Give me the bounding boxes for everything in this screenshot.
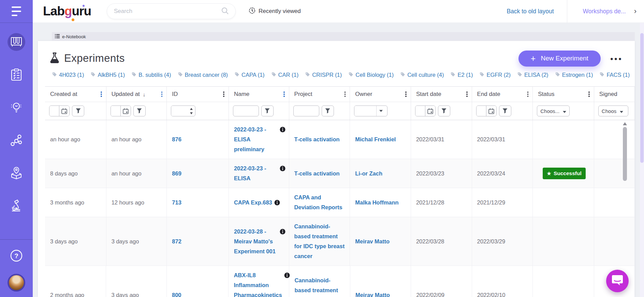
- column-menu-icon[interactable]: [587, 90, 591, 98]
- dropdown-caret-icon[interactable]: [376, 106, 385, 116]
- owner-filter-input[interactable]: [354, 106, 376, 116]
- column-header-updated-at[interactable]: Updated at↓: [106, 87, 167, 102]
- page-scrollbar[interactable]: [640, 23, 644, 297]
- column-menu-icon[interactable]: [465, 90, 469, 98]
- column-header-id[interactable]: ID: [167, 87, 229, 102]
- tag-filter[interactable]: ELISA (2): [517, 72, 548, 78]
- hamburger-menu-icon[interactable]: [12, 6, 21, 16]
- tag-filter[interactable]: CAPA (1): [235, 72, 265, 78]
- clipboard-checklist-icon[interactable]: [8, 66, 25, 84]
- tag-filter[interactable]: EGFR (2): [480, 72, 511, 78]
- info-icon[interactable]: [284, 272, 290, 280]
- column-menu-icon[interactable]: [343, 90, 347, 98]
- experiment-name-link[interactable]: 2022-03-23 - ELISA preliminary: [234, 125, 278, 154]
- tag-filter[interactable]: AlkBH5 (1): [91, 72, 125, 78]
- column-menu-icon[interactable]: [99, 90, 103, 98]
- experiment-id-link[interactable]: 876: [172, 135, 181, 144]
- search-input[interactable]: [114, 8, 221, 15]
- spinner-icon[interactable]: [188, 106, 195, 116]
- column-header-end-date[interactable]: End date: [472, 87, 533, 102]
- date-filter-input[interactable]: [477, 106, 486, 116]
- tag-filter[interactable]: CRISPR (1): [305, 72, 342, 78]
- back-to-old-layout-link[interactable]: Back to old layout: [507, 8, 554, 15]
- experiment-id-link[interactable]: 872: [172, 237, 181, 246]
- experiment-id-link[interactable]: 713: [172, 198, 181, 208]
- info-icon[interactable]: [280, 127, 286, 134]
- project-filter-input[interactable]: [293, 105, 319, 116]
- column-menu-icon[interactable]: [222, 90, 226, 98]
- recently-viewed-button[interactable]: Recently viewed: [249, 7, 301, 16]
- chat-widget-button[interactable]: [606, 270, 629, 292]
- project-link[interactable]: Cannabinoid-based treatment for IDC type…: [294, 222, 347, 261]
- help-icon[interactable]: ?: [10, 249, 23, 264]
- project-link[interactable]: CAPA and Deviation Reports: [294, 193, 347, 212]
- chevron-right-icon[interactable]: ›: [634, 7, 636, 16]
- molecule-icon[interactable]: [8, 131, 25, 149]
- column-header-created-at[interactable]: Created at: [45, 87, 106, 102]
- tag-filter[interactable]: Cell Biology (1): [349, 72, 394, 78]
- column-menu-icon[interactable]: [160, 90, 164, 98]
- table-scrollbar[interactable]: [623, 121, 627, 297]
- owner-link[interactable]: Meirav Matto: [355, 237, 390, 246]
- filter-funnel-button[interactable]: [322, 105, 334, 116]
- experiment-name-link[interactable]: 2022-03-28 - Meirav Matto's Experiment 0…: [234, 227, 278, 256]
- storage-box-icon[interactable]: [8, 164, 25, 182]
- column-header-owner[interactable]: Owner: [350, 87, 411, 102]
- calendar-icon[interactable]: [425, 106, 435, 116]
- id-filter-input[interactable]: [171, 106, 188, 116]
- sort-desc-icon[interactable]: ↓: [143, 91, 146, 97]
- filter-funnel-button[interactable]: [133, 105, 146, 116]
- experiment-name-link[interactable]: 2022-03-23 - ELISA: [234, 164, 278, 183]
- new-experiment-button[interactable]: + New Experiment: [518, 51, 601, 67]
- column-header-start-date[interactable]: Start date: [411, 87, 472, 102]
- filter-funnel-button[interactable]: [499, 105, 511, 116]
- owner-link[interactable]: Li-or Zach: [355, 169, 382, 179]
- breadcrumb-e-notebook[interactable]: e-Notebook: [52, 32, 635, 41]
- calendar-icon[interactable]: [59, 106, 69, 116]
- tag-filter[interactable]: Estrogen (1): [555, 72, 593, 78]
- info-icon[interactable]: [280, 229, 286, 236]
- column-header-project[interactable]: Project: [289, 87, 350, 102]
- table-scrollbar-thumb[interactable]: [623, 127, 627, 181]
- project-link[interactable]: Cannabinoid-based treatment for IDC type…: [294, 275, 347, 297]
- column-header-status[interactable]: Status: [533, 87, 594, 102]
- tag-filter[interactable]: B. subtilis (4): [132, 72, 171, 78]
- date-filter-input[interactable]: [111, 106, 120, 116]
- owner-link[interactable]: Michal Frenkiel: [355, 135, 396, 144]
- info-icon[interactable]: [280, 166, 286, 173]
- tag-filter[interactable]: Breast cancer (8): [178, 72, 228, 78]
- tag-filter[interactable]: Cell culture (4): [400, 72, 444, 78]
- experiment-id-link[interactable]: 869: [172, 169, 181, 179]
- workshops-link[interactable]: Workshops de...: [583, 8, 626, 15]
- microscope-icon[interactable]: [8, 197, 25, 215]
- page-scrollbar-thumb[interactable]: [640, 33, 644, 163]
- project-link[interactable]: T-cells activation: [294, 169, 340, 179]
- test-tube-rack-icon[interactable]: [8, 33, 25, 51]
- scroll-up-icon[interactable]: [623, 122, 627, 125]
- info-icon[interactable]: [274, 200, 280, 207]
- owner-link[interactable]: Malka Hoffmann: [355, 198, 398, 208]
- tag-filter[interactable]: 4H023 (1): [52, 72, 84, 78]
- tag-filter[interactable]: E2 (1): [451, 72, 473, 78]
- signed-filter-select[interactable]: Choos: [598, 105, 628, 116]
- experiment-name-link[interactable]: ABX-IL8 Inflammation Pharmacokinetics wi…: [234, 270, 282, 297]
- owner-link[interactable]: Meirav Matto: [355, 290, 390, 297]
- search-icon[interactable]: [221, 7, 229, 16]
- tag-filter[interactable]: CAR (1): [272, 72, 299, 78]
- labguru-logo[interactable]: Labguru: [43, 4, 91, 18]
- experiment-name-link[interactable]: CAPA Exp.683: [234, 198, 272, 208]
- tag-filter[interactable]: FACS (1): [600, 72, 630, 78]
- name-filter-input[interactable]: [233, 105, 259, 116]
- date-filter-input[interactable]: [49, 106, 59, 116]
- calendar-icon[interactable]: [486, 106, 496, 116]
- column-menu-icon[interactable]: [282, 90, 286, 98]
- more-options-button[interactable]: ●●●: [610, 56, 623, 61]
- column-menu-icon[interactable]: [404, 90, 408, 98]
- column-header-signed[interactable]: Signed: [594, 87, 635, 102]
- filter-funnel-button[interactable]: [438, 105, 450, 116]
- owner-filter-combo[interactable]: [354, 105, 387, 116]
- filter-funnel-button[interactable]: [72, 105, 84, 116]
- column-header-name[interactable]: Name: [229, 87, 289, 102]
- column-menu-icon[interactable]: [526, 90, 530, 98]
- calendar-icon[interactable]: [120, 106, 131, 116]
